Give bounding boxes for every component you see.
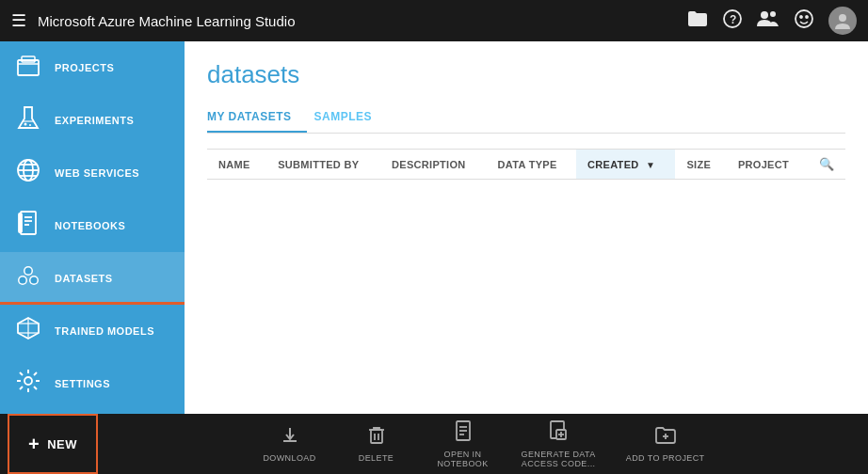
sidebar-item-label-datasets: DATASETS — [55, 273, 113, 284]
bottom-actions: DOWNLOAD DELETE — [98, 420, 868, 468]
tabs: MY DATASETS SAMPLES — [207, 104, 845, 134]
add-to-project-action[interactable]: ADD TO PROJECT — [626, 426, 705, 463]
svg-rect-29 — [371, 430, 382, 443]
svg-rect-21 — [19, 213, 22, 232]
add-to-project-label: ADD TO PROJECT — [626, 453, 705, 463]
svg-point-6 — [806, 16, 808, 18]
svg-point-7 — [839, 14, 846, 22]
app-title: Microsoft Azure Machine Learning Studio — [38, 13, 676, 29]
table-header-row: NAME SUBMITTED BY DESCRIPTION DATA TYPE — [207, 150, 845, 180]
svg-rect-17 — [21, 212, 36, 234]
help-icon[interactable]: ? — [723, 9, 742, 33]
sidebar-item-datasets[interactable]: DATASETS — [0, 252, 185, 305]
projects-icon — [15, 53, 41, 83]
svg-point-4 — [796, 10, 812, 27]
sidebar-item-label-web-services: WEB SERVICES — [55, 167, 139, 179]
col-size[interactable]: SIZE — [675, 150, 727, 180]
svg-point-3 — [770, 11, 776, 17]
tab-samples[interactable]: SAMPLES — [314, 104, 388, 133]
open-notebook-action[interactable]: OPEN INNOTEBOOK — [435, 420, 491, 468]
col-data-type[interactable]: DATA TYPE — [487, 150, 577, 180]
svg-text:?: ? — [730, 13, 736, 26]
topbar: ☰ Microsoft Azure Machine Learning Studi… — [0, 0, 868, 41]
sidebar-item-trained-models[interactable]: TRAINED MODELS — [0, 305, 185, 357]
bottombar: + NEW DOWNLOAD DELET — [0, 414, 868, 474]
delete-action[interactable]: DELETE — [348, 426, 405, 463]
generate-data-access-code-label: GENERATE DATAACCESS CODE... — [522, 450, 596, 468]
sidebar-item-label-trained-models: TRAINED MODELS — [55, 325, 154, 337]
generate-data-access-code-action[interactable]: GENERATE DATAACCESS CODE... — [522, 420, 596, 468]
folder-icon[interactable] — [687, 10, 708, 32]
sidebar-item-projects[interactable]: PROJECTS — [0, 41, 185, 94]
svg-point-5 — [800, 16, 802, 18]
settings-icon — [15, 369, 41, 399]
page-title: datasets — [207, 60, 845, 89]
download-label: DOWNLOAD — [263, 453, 315, 463]
sidebar: PROJECTS EXPERIMENTS — [0, 41, 185, 414]
content-area: datasets MY DATASETS SAMPLES NAME SUBMIT… — [185, 41, 868, 414]
avatar[interactable] — [828, 7, 857, 35]
open-notebook-icon — [455, 420, 472, 446]
new-button[interactable]: + NEW — [8, 414, 98, 474]
svg-point-25 — [20, 277, 26, 284]
open-notebook-label: OPEN INNOTEBOOK — [437, 450, 488, 468]
web-services-icon — [15, 158, 41, 188]
tab-my-datasets[interactable]: MY DATASETS — [207, 104, 307, 133]
sidebar-item-notebooks[interactable]: NOTEBOOKS — [0, 199, 185, 252]
experiments-icon — [15, 105, 41, 135]
sidebar-item-settings[interactable]: SETTINGS — [0, 357, 185, 410]
topbar-icons: ? — [687, 7, 857, 35]
col-description[interactable]: DESCRIPTION — [380, 150, 486, 180]
svg-point-28 — [24, 377, 32, 385]
svg-point-11 — [29, 124, 31, 126]
col-name[interactable]: NAME — [207, 150, 266, 180]
search-icon[interactable]: 🔍 — [819, 157, 834, 171]
sidebar-item-label-experiments: EXPERIMENTS — [55, 115, 134, 126]
sidebar-item-label-settings: SETTINGS — [55, 378, 110, 389]
svg-point-27 — [25, 268, 32, 275]
datasets-icon — [15, 263, 41, 293]
sidebar-item-label-notebooks: NOTEBOOKS — [55, 220, 125, 231]
main-layout: PROJECTS EXPERIMENTS — [0, 41, 868, 414]
datasets-table: NAME SUBMITTED BY DESCRIPTION DATA TYPE — [207, 149, 845, 180]
generate-data-access-code-icon — [549, 420, 568, 446]
add-to-project-icon — [655, 426, 676, 450]
sidebar-item-label-projects: PROJECTS — [55, 62, 114, 73]
sidebar-item-web-services[interactable]: WEB SERVICES — [0, 147, 185, 199]
svg-point-10 — [24, 123, 27, 126]
col-submitted-by[interactable]: SUBMITTED BY — [266, 150, 380, 180]
col-project[interactable]: PROJECT — [727, 150, 808, 180]
new-button-label: NEW — [47, 437, 77, 451]
download-icon — [281, 426, 299, 450]
sidebar-items: PROJECTS EXPERIMENTS — [0, 41, 185, 414]
hamburger-icon[interactable]: ☰ — [11, 10, 26, 31]
delete-label: DELETE — [359, 453, 394, 463]
svg-rect-9 — [22, 56, 35, 62]
svg-point-2 — [761, 11, 768, 19]
sidebar-item-experiments[interactable]: EXPERIMENTS — [0, 94, 185, 147]
smiley-icon[interactable] — [795, 9, 813, 33]
download-action[interactable]: DOWNLOAD — [262, 426, 318, 463]
trained-models-icon — [15, 316, 41, 346]
notebooks-icon — [15, 211, 41, 241]
svg-point-26 — [31, 277, 38, 284]
plus-icon: + — [28, 434, 40, 455]
col-created[interactable]: CREATED ▼ — [576, 150, 675, 180]
sort-arrow-icon: ▼ — [646, 160, 655, 170]
col-search[interactable]: 🔍 — [808, 150, 845, 180]
delete-icon — [368, 426, 385, 450]
datasets-table-container: NAME SUBMITTED BY DESCRIPTION DATA TYPE — [207, 149, 845, 414]
people-icon[interactable] — [757, 10, 780, 32]
